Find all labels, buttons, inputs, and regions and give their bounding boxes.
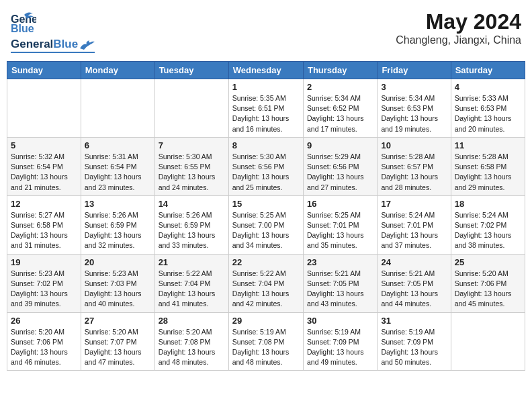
day-number: 18	[455, 199, 521, 209]
bird-icon	[80, 39, 95, 50]
day-number: 16	[307, 199, 373, 209]
logo-icon: General Blue	[11, 9, 36, 35]
logo-underline	[11, 52, 95, 53]
day-header-sunday: Sunday	[7, 62, 81, 79]
day-info: Sunrise: 5:24 AM Sunset: 7:02 PM Dayligh…	[455, 210, 521, 251]
day-number: 8	[232, 140, 300, 150]
calendar-header-row: SundayMondayTuesdayWednesdayThursdayFrid…	[7, 62, 525, 79]
calendar-day-cell: 25Sunrise: 5:20 AM Sunset: 7:06 PM Dayli…	[451, 254, 525, 312]
calendar-day-cell: 16Sunrise: 5:25 AM Sunset: 7:01 PM Dayli…	[303, 195, 377, 254]
calendar-day-cell: 30Sunrise: 5:19 AM Sunset: 7:09 PM Dayli…	[303, 312, 377, 371]
logo: General Blue General Blue	[11, 9, 95, 53]
calendar-week-4: 19Sunrise: 5:23 AM Sunset: 7:02 PM Dayli…	[7, 254, 525, 312]
day-info: Sunrise: 5:29 AM Sunset: 6:56 PM Dayligh…	[307, 152, 373, 193]
day-info: Sunrise: 5:27 AM Sunset: 6:58 PM Dayligh…	[11, 210, 77, 251]
logo-general: General	[11, 38, 53, 51]
calendar-day-cell: 15Sunrise: 5:25 AM Sunset: 7:00 PM Dayli…	[228, 195, 303, 254]
calendar-day-cell: 8Sunrise: 5:30 AM Sunset: 6:56 PM Daylig…	[228, 137, 303, 195]
day-header-friday: Friday	[378, 62, 451, 79]
calendar-day-cell: 1Sunrise: 5:35 AM Sunset: 6:51 PM Daylig…	[228, 79, 303, 138]
calendar-day-cell	[451, 312, 525, 371]
day-info: Sunrise: 5:22 AM Sunset: 7:04 PM Dayligh…	[159, 269, 225, 310]
day-number: 30	[307, 316, 373, 326]
day-number: 1	[232, 82, 300, 92]
day-info: Sunrise: 5:30 AM Sunset: 6:55 PM Dayligh…	[159, 152, 225, 193]
day-info: Sunrise: 5:26 AM Sunset: 6:59 PM Dayligh…	[85, 210, 151, 251]
day-info: Sunrise: 5:21 AM Sunset: 7:05 PM Dayligh…	[307, 269, 373, 310]
day-info: Sunrise: 5:20 AM Sunset: 7:07 PM Dayligh…	[85, 327, 151, 368]
day-number: 10	[381, 140, 447, 150]
calendar-week-3: 12Sunrise: 5:27 AM Sunset: 6:58 PM Dayli…	[7, 195, 525, 254]
day-number: 7	[159, 140, 225, 150]
day-number: 13	[85, 199, 151, 209]
calendar-day-cell: 29Sunrise: 5:19 AM Sunset: 7:08 PM Dayli…	[228, 312, 303, 371]
calendar-day-cell: 18Sunrise: 5:24 AM Sunset: 7:02 PM Dayli…	[451, 195, 525, 254]
day-number: 29	[232, 316, 300, 326]
calendar-day-cell: 20Sunrise: 5:23 AM Sunset: 7:03 PM Dayli…	[81, 254, 154, 312]
calendar-day-cell: 2Sunrise: 5:34 AM Sunset: 6:52 PM Daylig…	[303, 79, 377, 138]
calendar-day-cell: 13Sunrise: 5:26 AM Sunset: 6:59 PM Dayli…	[81, 195, 154, 254]
day-number: 12	[11, 199, 77, 209]
calendar-day-cell: 27Sunrise: 5:20 AM Sunset: 7:07 PM Dayli…	[81, 312, 154, 371]
calendar-week-2: 5Sunrise: 5:32 AM Sunset: 6:54 PM Daylig…	[7, 137, 525, 195]
day-info: Sunrise: 5:23 AM Sunset: 7:03 PM Dayligh…	[85, 269, 151, 310]
day-number: 28	[159, 316, 225, 326]
day-number: 20	[85, 257, 151, 267]
day-info: Sunrise: 5:20 AM Sunset: 7:06 PM Dayligh…	[11, 327, 77, 368]
day-info: Sunrise: 5:26 AM Sunset: 6:59 PM Dayligh…	[159, 210, 225, 251]
day-info: Sunrise: 5:28 AM Sunset: 6:57 PM Dayligh…	[381, 152, 447, 193]
day-number: 19	[11, 257, 77, 267]
day-info: Sunrise: 5:20 AM Sunset: 7:06 PM Dayligh…	[455, 269, 521, 310]
calendar-day-cell: 28Sunrise: 5:20 AM Sunset: 7:08 PM Dayli…	[154, 312, 228, 371]
day-info: Sunrise: 5:30 AM Sunset: 6:56 PM Dayligh…	[232, 152, 300, 193]
day-info: Sunrise: 5:25 AM Sunset: 7:01 PM Dayligh…	[307, 210, 373, 251]
calendar-day-cell: 3Sunrise: 5:34 AM Sunset: 6:53 PM Daylig…	[378, 79, 451, 138]
day-header-thursday: Thursday	[303, 62, 377, 79]
day-number: 6	[85, 140, 151, 150]
day-number: 25	[455, 257, 521, 267]
calendar-day-cell	[7, 79, 81, 138]
day-info: Sunrise: 5:31 AM Sunset: 6:54 PM Dayligh…	[85, 152, 151, 193]
logo-blue: Blue	[53, 38, 78, 51]
day-number: 2	[307, 82, 373, 92]
day-header-saturday: Saturday	[451, 62, 525, 79]
day-number: 14	[159, 199, 225, 209]
day-info: Sunrise: 5:25 AM Sunset: 7:00 PM Dayligh…	[232, 210, 300, 251]
calendar-day-cell: 9Sunrise: 5:29 AM Sunset: 6:56 PM Daylig…	[303, 137, 377, 195]
day-info: Sunrise: 5:21 AM Sunset: 7:05 PM Dayligh…	[381, 269, 447, 310]
day-number: 24	[381, 257, 447, 267]
calendar-week-5: 26Sunrise: 5:20 AM Sunset: 7:06 PM Dayli…	[7, 312, 525, 371]
day-info: Sunrise: 5:23 AM Sunset: 7:02 PM Dayligh…	[11, 269, 77, 310]
calendar-day-cell: 12Sunrise: 5:27 AM Sunset: 6:58 PM Dayli…	[7, 195, 81, 254]
day-number: 23	[307, 257, 373, 267]
calendar-day-cell: 11Sunrise: 5:28 AM Sunset: 6:58 PM Dayli…	[451, 137, 525, 195]
calendar-day-cell: 4Sunrise: 5:33 AM Sunset: 6:53 PM Daylig…	[451, 79, 525, 138]
calendar-day-cell: 23Sunrise: 5:21 AM Sunset: 7:05 PM Dayli…	[303, 254, 377, 312]
day-header-wednesday: Wednesday	[228, 62, 303, 79]
day-info: Sunrise: 5:35 AM Sunset: 6:51 PM Dayligh…	[232, 93, 300, 134]
calendar-table: SundayMondayTuesdayWednesdayThursdayFrid…	[7, 61, 525, 371]
day-number: 22	[232, 257, 300, 267]
day-info: Sunrise: 5:33 AM Sunset: 6:53 PM Dayligh…	[455, 93, 521, 134]
day-info: Sunrise: 5:20 AM Sunset: 7:08 PM Dayligh…	[159, 327, 225, 368]
calendar-day-cell: 17Sunrise: 5:24 AM Sunset: 7:01 PM Dayli…	[378, 195, 451, 254]
calendar-day-cell: 10Sunrise: 5:28 AM Sunset: 6:57 PM Dayli…	[378, 137, 451, 195]
calendar-day-cell: 19Sunrise: 5:23 AM Sunset: 7:02 PM Dayli…	[7, 254, 81, 312]
day-info: Sunrise: 5:32 AM Sunset: 6:54 PM Dayligh…	[11, 152, 77, 193]
day-info: Sunrise: 5:19 AM Sunset: 7:09 PM Dayligh…	[307, 327, 373, 368]
day-number: 4	[455, 82, 521, 92]
calendar-day-cell: 6Sunrise: 5:31 AM Sunset: 6:54 PM Daylig…	[81, 137, 154, 195]
day-number: 27	[85, 316, 151, 326]
day-info: Sunrise: 5:28 AM Sunset: 6:58 PM Dayligh…	[455, 152, 521, 193]
day-number: 9	[307, 140, 373, 150]
day-number: 3	[381, 82, 447, 92]
day-header-tuesday: Tuesday	[154, 62, 228, 79]
calendar-day-cell	[81, 79, 154, 138]
day-info: Sunrise: 5:24 AM Sunset: 7:01 PM Dayligh…	[381, 210, 447, 251]
calendar-week-1: 1Sunrise: 5:35 AM Sunset: 6:51 PM Daylig…	[7, 79, 525, 138]
calendar-day-cell: 21Sunrise: 5:22 AM Sunset: 7:04 PM Dayli…	[154, 254, 228, 312]
day-info: Sunrise: 5:34 AM Sunset: 6:52 PM Dayligh…	[307, 93, 373, 134]
day-info: Sunrise: 5:19 AM Sunset: 7:08 PM Dayligh…	[232, 327, 300, 368]
calendar-day-cell: 14Sunrise: 5:26 AM Sunset: 6:59 PM Dayli…	[154, 195, 228, 254]
day-info: Sunrise: 5:22 AM Sunset: 7:04 PM Dayligh…	[232, 269, 300, 310]
